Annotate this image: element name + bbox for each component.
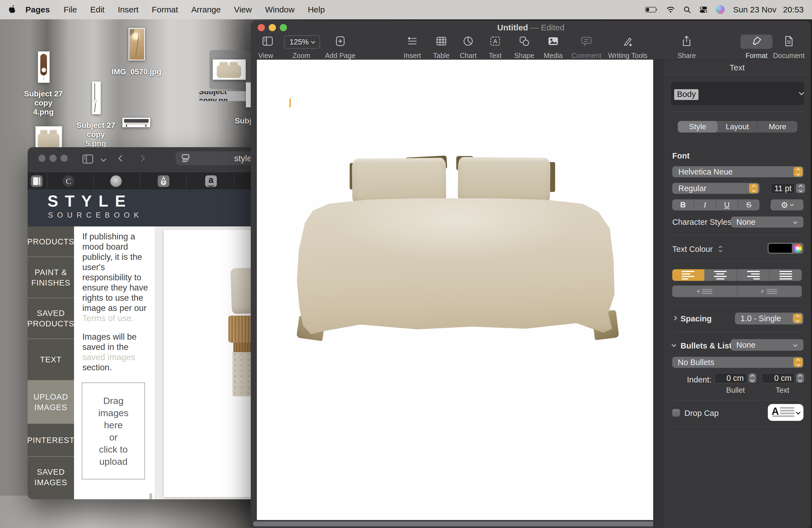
menu-view[interactable]: View [227,5,258,14]
menu-help[interactable]: Help [301,5,331,14]
sidebar-item-pinterest[interactable]: PINTEREST [28,424,74,457]
align-center-button[interactable] [704,269,736,281]
bullet-indent-field[interactable]: 0 cm [715,373,747,383]
menu-edit[interactable]: Edit [84,5,111,14]
tab-amazon-icon[interactable]: a [205,175,217,187]
siri-icon[interactable] [716,5,725,14]
underline-button[interactable]: U [715,201,738,209]
paragraph-style-dropdown[interactable]: Body [671,82,804,105]
character-styles-dropdown[interactable]: None [731,217,803,228]
align-left-button[interactable] [672,269,704,281]
desktop-icon-label[interactable]: Subject 27 copy 4.png [16,89,71,117]
advanced-options-button[interactable]: ⚙ [771,200,803,210]
bullets-dropdown[interactable]: None [731,339,803,351]
menu-app-name[interactable]: Pages [18,5,57,14]
zoom-dropdown[interactable]: 125% [284,35,320,48]
site-logo[interactable]: STYLE [47,192,132,210]
font-weight-stepper[interactable] [749,184,758,193]
desktop-icon-subject27-4[interactable] [38,52,50,83]
align-right-button[interactable] [737,269,769,281]
tab-more[interactable]: More [758,121,797,133]
font-family-stepper[interactable] [794,167,802,176]
chevron-down-icon[interactable] [101,156,106,162]
terms-link[interactable]: Terms of use. [82,313,134,323]
bed-pillow-left[interactable] [352,158,446,205]
outdent-button[interactable] [672,285,737,297]
search-icon[interactable] [683,6,691,14]
drop-cap-checkbox[interactable] [672,409,680,417]
menu-file[interactable]: File [57,5,83,14]
italic-button[interactable]: I [694,201,716,209]
menu-window[interactable]: Window [259,5,301,14]
desktop-icon-subject27-5[interactable] [92,82,101,114]
bed-pillow-right[interactable] [458,157,550,204]
text-colour-control[interactable] [768,243,803,254]
battery-icon[interactable] [645,6,658,13]
back-icon[interactable] [118,155,125,162]
sidebar-item-paint-finishes[interactable]: PAINT & FINISHES [28,257,74,298]
desktop-icon-bed-partial[interactable] [35,126,62,150]
font-family-dropdown[interactable]: Helvetica Neue [672,166,803,177]
tab-photo-icon[interactable] [110,175,122,187]
menu-time[interactable]: 20:53 [783,5,804,14]
sidebar-item-upload-images[interactable]: UPLOAD IMAGES [28,381,74,424]
tab-style[interactable]: Style [678,121,717,133]
close-button[interactable] [39,155,46,162]
font-size-field[interactable]: 11 pt [771,183,795,194]
spacing-stepper[interactable] [793,314,802,323]
saved-images-link[interactable]: saved images [82,352,135,362]
menu-insert[interactable]: Insert [111,5,145,14]
control-center-icon[interactable] [699,6,708,13]
menu-date[interactable]: Sun 23 Nov [733,5,777,14]
document-button[interactable] [768,35,810,47]
bold-button[interactable]: B [672,201,694,209]
upload-dropzone[interactable]: Drag images here or click to upload [82,382,145,480]
bullet-style-dropdown[interactable]: No Bullets [672,357,803,368]
sidebar-item-products[interactable]: PRODUCTS [28,226,74,257]
text-indent-field[interactable]: 0 cm [762,373,795,383]
desktop-icon-subject-copy[interactable] [213,59,246,80]
desktop-icon-label[interactable]: Subject 27 copy 5.png [68,121,124,148]
colour-wheel-icon[interactable] [794,244,802,252]
tab-site-icon[interactable] [31,175,43,187]
strikethrough-button[interactable]: S [738,201,760,209]
writing-tools-button[interactable] [607,35,649,47]
add-page-button[interactable] [320,35,361,47]
sidebar-icon[interactable] [82,154,94,165]
font-size-stepper[interactable] [796,184,805,193]
share-button[interactable] [666,35,707,47]
sidebar-item-text[interactable]: TEXT [28,339,74,381]
horizontal-scrollbar[interactable] [253,522,662,526]
sidebar-item-saved-products[interactable]: SAVED PRODUCTS [28,298,74,339]
tab-airbnb-icon[interactable] [158,175,169,187]
tab-c-icon[interactable]: C [63,175,74,187]
view-button[interactable] [251,35,288,47]
tab-layout[interactable]: Layout [717,121,758,133]
minimize-button[interactable] [49,155,57,162]
align-justify-button[interactable] [769,269,802,281]
bullet-style-stepper[interactable] [794,357,802,367]
desktop-icon-label[interactable]: IMG_0570.jpg [109,67,164,76]
forward-icon[interactable] [138,155,145,162]
zoom-button[interactable] [60,155,68,162]
menu-arrange[interactable]: Arrange [185,5,227,14]
menu-format[interactable]: Format [145,5,185,14]
text-colour-toggle-down[interactable] [719,249,722,252]
drop-cap-style-button[interactable]: A [768,404,803,421]
bullet-indent-stepper[interactable] [749,373,756,383]
desktop-icon-label-selected[interactable]: Subject copy.pn [199,91,253,101]
text-indent-stepper[interactable] [796,373,804,383]
indent-button[interactable] [737,285,802,297]
desktop-icon-bedframe[interactable] [122,118,150,127]
colour-swatch[interactable] [769,244,792,253]
font-weight-dropdown[interactable]: Regular [672,183,759,194]
bullets-disclosure[interactable] [672,342,677,347]
spacing-disclosure[interactable] [672,316,677,321]
apple-icon[interactable] [8,4,16,14]
desktop-icon-img0570[interactable] [128,28,145,60]
bed-duvet[interactable] [297,198,614,336]
sidebar-item-saved-images[interactable]: SAVED IMAGES [28,457,74,497]
wifi-icon[interactable] [666,6,675,13]
scrollbar-thumb[interactable] [149,493,152,499]
reader-icon[interactable] [181,154,191,162]
